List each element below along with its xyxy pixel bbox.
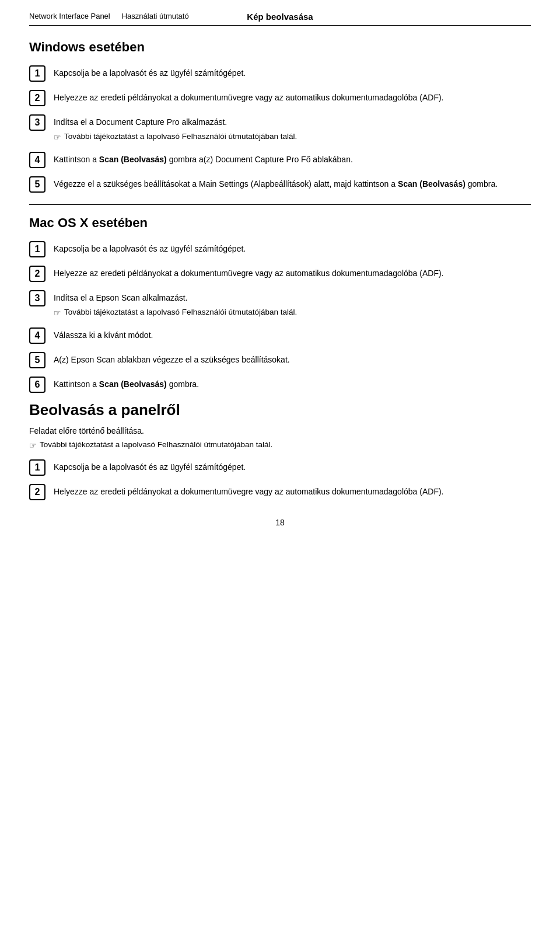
panel-step-1-text: Kapcsolja be a lapolvasót és az ügyfél s…	[54, 462, 246, 472]
mac-step-6: 6 Kattintson a Scan (Beolvasás) gombra.	[29, 377, 531, 393]
panel-step-1: 1 Kapcsolja be a lapolvasót és az ügyfél…	[29, 459, 531, 476]
windows-step-4: 4 Kattintson a Scan (Beolvasás) gombra a…	[29, 152, 531, 168]
page-footer: 18	[29, 518, 531, 527]
mac-note-icon-3: ☞	[54, 307, 61, 319]
mac-step-3-note: ☞ További tájékoztatást a lapolvasó Felh…	[54, 306, 531, 319]
mac-step-3-note-text: További tájékoztatást a lapolvasó Felhas…	[64, 306, 297, 318]
panel-section-title: Beolvasás a panelről	[29, 401, 531, 419]
mac-step-3: 3 Indítsa el a Epson Scan alkalmazást. ☞…	[29, 290, 531, 319]
mac-step-2-text: Helyezze az eredeti példányokat a dokume…	[54, 269, 443, 278]
panel-note-icon: ☞	[29, 441, 37, 450]
mac-section-divider	[29, 204, 531, 205]
mac-step-number-1: 1	[29, 241, 46, 257]
step-1-text: Kapcsolja be a lapolvasót és az ügyfél s…	[54, 68, 246, 78]
windows-step-2: 2 Helyezze az eredeti példányokat a doku…	[29, 90, 531, 106]
header-center-title: Kép beolvasása	[247, 12, 313, 22]
step-4-bold: Scan (Beolvasás)	[99, 155, 167, 164]
header-divider	[29, 25, 531, 26]
panel-step-2-text: Helyezze az eredeti példányokat a dokume…	[54, 487, 443, 496]
product-title: Network Interface Panel	[29, 12, 110, 20]
mac-step-6-text-before: Kattintson a	[54, 379, 99, 389]
mac-step-6-text-after: gombra.	[167, 379, 199, 389]
mac-step-content-2: Helyezze az eredeti példányokat a dokume…	[54, 266, 531, 280]
step-content-2: Helyezze az eredeti példányokat a dokume…	[54, 90, 531, 104]
step-3-main: Indítsa el a Document Capture Pro alkalm…	[54, 116, 531, 128]
step-content-4: Kattintson a Scan (Beolvasás) gombra a(z…	[54, 152, 531, 166]
mac-step-number-6: 6	[29, 377, 46, 393]
manual-title: Használati útmutató	[122, 12, 189, 20]
mac-step-1-text: Kapcsolja be a lapolvasót és az ügyfél s…	[54, 244, 246, 253]
mac-step-number-3: 3	[29, 290, 46, 306]
step-number-2: 2	[29, 90, 46, 106]
mac-step-1: 1 Kapcsolja be a lapolvasót és az ügyfél…	[29, 241, 531, 257]
windows-section-title: Windows esetében	[29, 40, 531, 55]
mac-section-title: Mac OS X esetében	[29, 215, 531, 231]
panel-step-content-2: Helyezze az eredeti példányokat a dokume…	[54, 484, 531, 498]
mac-step-number-4: 4	[29, 327, 46, 344]
panel-step-number-2: 2	[29, 484, 46, 500]
step-number-1: 1	[29, 65, 46, 82]
note-icon-3: ☞	[54, 131, 61, 144]
step-number-3: 3	[29, 114, 46, 131]
step-3-note-text: További tájékoztatást a lapolvasó Felhas…	[64, 131, 297, 142]
page-header: Network Interface Panel Használati útmut…	[29, 12, 531, 20]
mac-step-3-main: Indítsa el a Epson Scan alkalmazást.	[54, 292, 531, 304]
mac-step-5: 5 A(z) Epson Scan ablakban végezze el a …	[29, 352, 531, 368]
panel-step-content-1: Kapcsolja be a lapolvasót és az ügyfél s…	[54, 459, 531, 473]
mac-step-6-bold: Scan (Beolvasás)	[99, 379, 167, 389]
mac-step-4-text: Válassza ki a kívánt módot.	[54, 330, 153, 340]
mac-step-2: 2 Helyezze az eredeti példányokat a doku…	[29, 266, 531, 282]
mac-steps: 1 Kapcsolja be a lapolvasót és az ügyfél…	[29, 241, 531, 393]
step-2-text: Helyezze az eredeti példányokat a dokume…	[54, 93, 443, 102]
panel-steps: 1 Kapcsolja be a lapolvasót és az ügyfél…	[29, 459, 531, 500]
panel-step-2: 2 Helyezze az eredeti példányokat a doku…	[29, 484, 531, 500]
step-5-text-after: gombra.	[466, 179, 498, 189]
mac-step-4: 4 Válassza ki a kívánt módot.	[29, 327, 531, 344]
page-number: 18	[275, 518, 285, 527]
windows-step-1: 1 Kapcsolja be a lapolvasót és az ügyfél…	[29, 65, 531, 82]
mac-step-number-5: 5	[29, 352, 46, 368]
step-number-4: 4	[29, 152, 46, 168]
mac-step-5-text: A(z) Epson Scan ablakban végezze el a sz…	[54, 355, 290, 364]
panel-step-number-1: 1	[29, 459, 46, 476]
panel-note: ☞ További tájékoztatást a lapolvasó Felh…	[29, 440, 531, 450]
step-4-text-after: gombra a(z) Document Capture Pro Fő abla…	[167, 155, 353, 164]
step-content-1: Kapcsolja be a lapolvasót és az ügyfél s…	[54, 65, 531, 79]
mac-step-content-4: Válassza ki a kívánt módot.	[54, 327, 531, 341]
windows-step-3: 3 Indítsa el a Document Capture Pro alka…	[29, 114, 531, 144]
mac-step-content-6: Kattintson a Scan (Beolvasás) gombra.	[54, 377, 531, 391]
step-3-note: ☞ További tájékoztatást a lapolvasó Felh…	[54, 131, 531, 144]
panel-note-text: További tájékoztatást a lapolvasó Felhas…	[40, 440, 272, 449]
mac-step-content-3: Indítsa el a Epson Scan alkalmazást. ☞ T…	[54, 290, 531, 319]
step-content-3: Indítsa el a Document Capture Pro alkalm…	[54, 114, 531, 144]
step-number-5: 5	[29, 176, 46, 193]
windows-steps: 1 Kapcsolja be a lapolvasót és az ügyfél…	[29, 65, 531, 193]
windows-step-5: 5 Végezze el a szükséges beállításokat a…	[29, 176, 531, 193]
mac-step-content-1: Kapcsolja be a lapolvasót és az ügyfél s…	[54, 241, 531, 255]
step-4-text-before: Kattintson a	[54, 155, 99, 164]
step-5-bold: Scan (Beolvasás)	[398, 179, 466, 189]
step-5-text-before: Végezze el a szükséges beállításokat a M…	[54, 179, 398, 189]
panel-intro: Feladat előre történő beállítása.	[29, 426, 531, 435]
header-left: Network Interface Panel Használati útmut…	[29, 12, 189, 20]
mac-step-content-5: A(z) Epson Scan ablakban végezze el a sz…	[54, 352, 531, 366]
mac-step-number-2: 2	[29, 266, 46, 282]
step-content-5: Végezze el a szükséges beállításokat a M…	[54, 176, 531, 190]
